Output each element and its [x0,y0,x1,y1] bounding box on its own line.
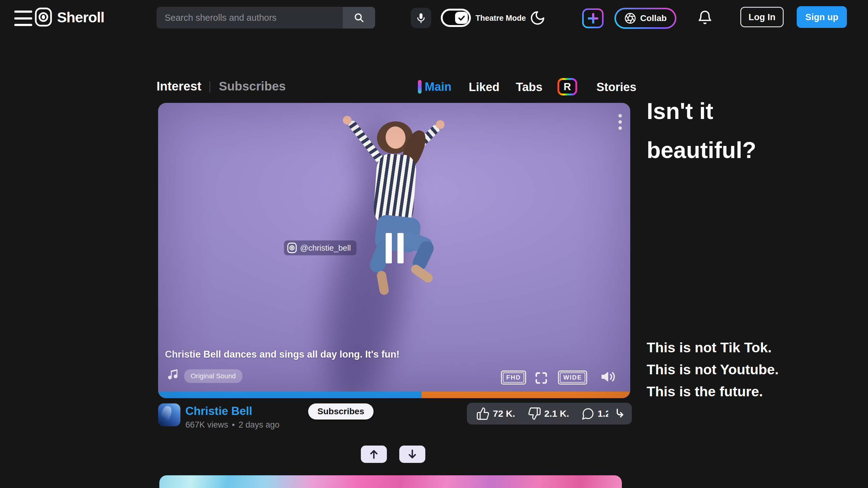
pause-bar [385,233,392,263]
pause-bar [397,233,404,263]
hamburger-bar [14,18,32,20]
notifications-button[interactable] [697,8,713,27]
volume-button[interactable] [599,369,617,385]
theatre-mode-toggle[interactable] [441,9,471,27]
checkmark-icon [457,13,466,22]
comment-icon [582,407,595,420]
like-button[interactable]: 72 K. [476,407,515,420]
music-note-icon [165,367,180,383]
promo-heading: Isn't it beautiful? [647,92,861,170]
search-button[interactable] [343,7,375,29]
plus-icon [588,13,598,24]
main-tab-indicator-icon [418,80,422,94]
create-button[interactable] [582,8,603,28]
tab-liked[interactable]: Liked [469,80,499,94]
search-input[interactable] [157,7,343,29]
sheroll-mini-logo-icon [287,242,297,254]
engagement-bar: 72 K. 2.1 K. 1.2K [467,403,626,424]
more-options-button[interactable] [614,111,626,133]
collab-button[interactable]: Collab [614,8,676,29]
video-player[interactable]: @christie_bell Christie Bell dances and … [158,103,630,398]
hamburger-bar [14,24,32,26]
tab-subscribes[interactable]: Subscribes [219,79,286,93]
wide-badge-label: WIDE [560,372,585,383]
video-caption: Christie Bell dances and sings all day l… [165,349,400,360]
moon-icon [529,10,546,26]
wide-mode-button[interactable]: WIDE [558,370,587,385]
channel-name[interactable]: Christie Bell [185,405,252,418]
meta-separator: • [232,420,235,430]
next-video-card[interactable] [159,475,622,488]
share-button[interactable] [608,403,632,424]
scroll-up-button[interactable] [361,446,387,463]
sound-label-pill[interactable]: Original Sound [184,369,242,383]
bell-icon [697,8,713,27]
progress-played [158,392,422,398]
search-bar [157,7,375,29]
fullscreen-button[interactable] [534,370,549,385]
brand-name: Sheroll [57,9,104,26]
quality-badge[interactable]: FHD [501,370,526,385]
tab-tabs[interactable]: Tabs [516,80,542,94]
tab-main-label: Main [425,80,452,94]
quality-badge-label: FHD [503,372,524,383]
search-icon [353,12,365,24]
promo-line: This is the future. [647,381,861,402]
hamburger-menu-button[interactable] [14,10,32,26]
voice-search-button[interactable] [411,8,431,28]
promo-line: This is not Tik Tok. [647,336,861,358]
theatre-mode-label: Theatre Mode [475,13,526,23]
aperture-icon [624,12,637,25]
like-count: 72 K. [493,409,515,419]
pause-button[interactable] [385,233,404,263]
reels-letter: R [564,81,571,93]
creator-handle: @christie_bell [300,243,351,253]
promo-heading-line2: beautiful? [647,131,861,170]
tab-interest[interactable]: Interest [157,79,202,93]
tab-stories[interactable]: Stories [596,80,637,94]
promo-body: This is not Tik Tok. This is not Youtube… [647,336,861,402]
arrow-up-icon [368,448,380,460]
dot [618,114,622,118]
signup-button[interactable]: Sign up [797,6,847,28]
upload-age: 2 days ago [239,420,280,430]
video-meta: 667K views • 2 days ago [185,420,280,430]
promo-heading-line1: Isn't it [647,92,861,131]
progress-bar[interactable] [158,392,630,398]
tabs-divider [210,81,210,92]
arrow-down-icon [406,448,418,460]
hamburger-bar [14,10,32,13]
dislike-count: 2.1 K. [545,409,569,419]
promo-line: This is not Youtube. [647,358,861,381]
toggle-knob [455,12,468,24]
microphone-icon [415,11,427,25]
login-button[interactable]: Log In [740,7,784,27]
scroll-down-button[interactable] [399,446,425,463]
dislike-button[interactable]: 2.1 K. [528,407,569,420]
dark-mode-button[interactable] [529,10,546,26]
brand-logo[interactable]: Sheroll [35,7,104,27]
channel-avatar[interactable] [158,403,180,426]
tab-main[interactable]: Main [418,80,452,94]
collab-label: Collab [640,13,667,23]
share-icon [614,407,626,420]
views-count: 667K views [185,420,228,430]
thumb-up-icon [476,407,490,420]
dot [618,126,622,130]
app-root: Sheroll Theatre Mode [0,0,868,488]
thumb-down-icon [528,407,541,420]
dot [618,120,622,124]
creator-handle-badge[interactable]: @christie_bell [284,240,356,255]
subscribe-button[interactable]: Subscribes [308,403,374,420]
reels-button[interactable]: R [557,78,577,95]
sheroll-logo-icon [35,7,52,27]
